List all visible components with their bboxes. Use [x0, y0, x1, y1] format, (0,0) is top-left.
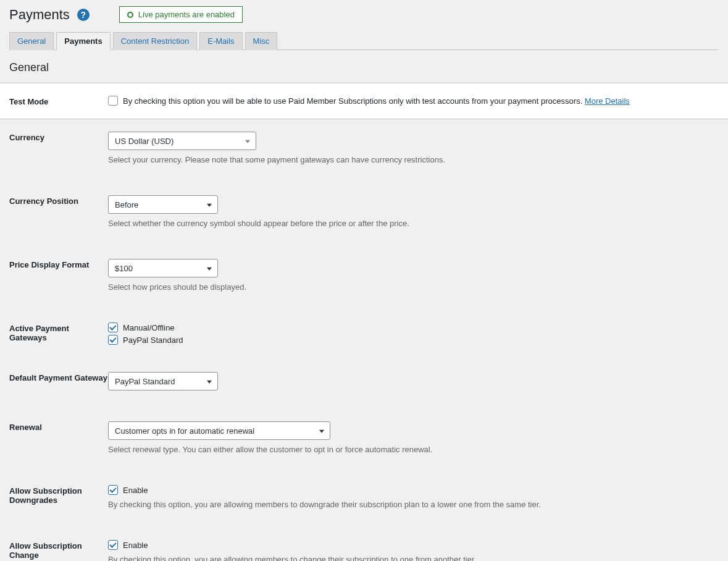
row-default-gateway: Default Payment Gateway PayPal Standard [0, 360, 728, 409]
tab-general[interactable]: General [9, 32, 54, 50]
row-price-display: Price Display Format $100 Select how pri… [0, 247, 728, 310]
default-gateway-select[interactable]: PayPal Standard [108, 372, 218, 390]
more-details-link[interactable]: More Details [585, 96, 630, 106]
change-description: By checking this option, you are allowin… [108, 555, 719, 561]
renewal-description: Select renewal type. You can either allo… [108, 445, 719, 454]
currency-label: Currency [9, 132, 108, 142]
downgrades-enable-label: Enable [123, 486, 148, 495]
row-renewal: Renewal Customer opts in for automatic r… [0, 409, 728, 473]
section-heading: General [0, 50, 728, 83]
test-mode-description: By checking this option you will be able… [123, 96, 585, 106]
tab-payments[interactable]: Payments [56, 32, 110, 50]
currency-position-description: Select whether the currency symbol shoul… [108, 219, 719, 228]
change-label: Allow Subscription Change [9, 540, 108, 560]
tab-misc[interactable]: Misc [245, 32, 278, 50]
test-mode-checkbox[interactable] [108, 96, 118, 106]
test-mode-label: Test Mode [9, 96, 108, 106]
currency-select[interactable]: US Dollar (USD) [108, 132, 256, 150]
gateway-manual-label: Manual/Offline [123, 323, 175, 332]
gateways-label: Active Payment Gateways [9, 323, 108, 342]
downgrades-checkbox[interactable] [108, 485, 118, 495]
row-downgrades: Allow Subscription Downgrades Enable By … [0, 473, 728, 528]
tab-bar: General Payments Content Restriction E-M… [9, 32, 719, 50]
row-test-mode: Test Mode By checking this option you wi… [0, 83, 728, 119]
default-gateway-label: Default Payment Gateway [9, 372, 108, 382]
currency-position-select[interactable]: Before [108, 195, 218, 214]
live-payments-badge: Live payments are enabled [119, 6, 243, 23]
row-change: Allow Subscription Change Enable By chec… [0, 528, 728, 561]
currency-position-label: Currency Position [9, 195, 108, 206]
gateway-manual-checkbox[interactable] [108, 323, 118, 332]
row-currency-position: Currency Position Before Select whether … [0, 183, 728, 247]
change-checkbox[interactable] [108, 540, 118, 550]
renewal-label: Renewal [9, 421, 108, 432]
downgrades-description: By checking this option, you are allowin… [108, 500, 719, 509]
tab-content-restriction[interactable]: Content Restriction [113, 32, 198, 50]
row-gateways: Active Payment Gateways Manual/Offline P… [0, 310, 728, 360]
gateway-paypal-label: PayPal Standard [123, 335, 183, 345]
price-display-label: Price Display Format [9, 259, 108, 269]
gateway-paypal-checkbox[interactable] [108, 335, 118, 345]
status-dot-icon [127, 12, 133, 18]
row-currency: Currency US Dollar (USD) Select your cur… [0, 119, 728, 183]
currency-description: Select your currency. Please note that s… [108, 155, 719, 164]
live-badge-text: Live payments are enabled [138, 10, 235, 19]
price-display-select[interactable]: $100 [108, 259, 218, 277]
price-display-description: Select how prices should be displayed. [108, 282, 719, 292]
renewal-select[interactable]: Customer opts in for automatic renewal [108, 421, 330, 440]
downgrades-label: Allow Subscription Downgrades [9, 485, 108, 505]
change-enable-label: Enable [123, 541, 148, 550]
tab-emails[interactable]: E-Mails [199, 32, 242, 50]
help-icon[interactable]: ? [77, 9, 90, 21]
page-title: Payments [9, 7, 70, 23]
